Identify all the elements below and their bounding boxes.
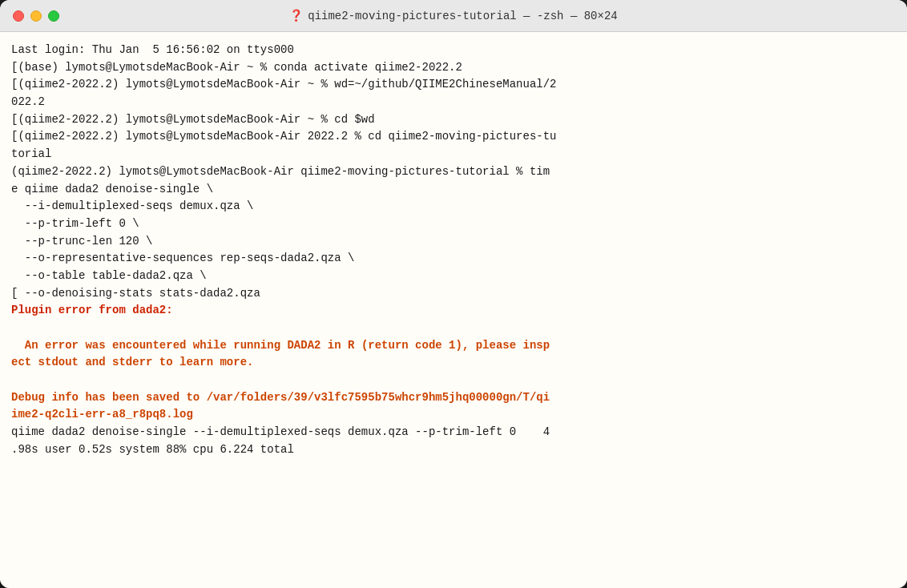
- terminal-error-line: Debug info has been saved to /var/folder…: [11, 389, 896, 407]
- terminal-line: --p-trunc-len 120 \: [11, 233, 896, 251]
- terminal-line: Last login: Thu Jan 5 16:56:02 on ttys00…: [11, 42, 896, 59]
- terminal-line: e qiime dada2 denoise-single \: [11, 181, 896, 199]
- maximize-button[interactable]: [48, 10, 59, 22]
- terminal-line: torial: [11, 146, 896, 163]
- terminal-line: [(base) lymots@LymotsdeMacBook-Air ~ % c…: [11, 59, 896, 77]
- terminal-line: [ --o-denoising-stats stats-dada2.qza: [11, 285, 896, 303]
- terminal-error-line: ect stdout and stderr to learn more.: [11, 354, 896, 372]
- terminal-error-line: An error was encountered while running D…: [11, 337, 896, 355]
- terminal-error-line: Plugin error from dada2:: [11, 302, 896, 320]
- traffic-lights: [13, 10, 59, 22]
- terminal-line: [(qiime2-2022.2) lymots@LymotsdeMacBook-…: [11, 128, 896, 146]
- title-label: qiime2-moving-pictures-tutorial — -zsh —…: [308, 10, 617, 22]
- title-bar: ❓ qiime2-moving-pictures-tutorial — -zsh…: [0, 0, 907, 32]
- terminal-line: --i-demultiplexed-seqs demux.qza \: [11, 198, 896, 215]
- minimize-button[interactable]: [30, 10, 42, 22]
- terminal-line: qiime dada2 denoise-single --i-demultipl…: [11, 424, 896, 441]
- terminal-line: [11, 372, 896, 389]
- terminal-line: [(qiime2-2022.2) lymots@LymotsdeMacBook-…: [11, 111, 896, 129]
- terminal-line: --o-representative-sequences rep-seqs-da…: [11, 250, 896, 268]
- title-icon: ❓: [289, 9, 303, 22]
- terminal-line: 022.2: [11, 94, 896, 111]
- terminal-error-line: ime2-q2cli-err-a8_r8pq8.log: [11, 406, 896, 424]
- terminal-window: ❓ qiime2-moving-pictures-tutorial — -zsh…: [0, 0, 907, 588]
- terminal-line: --p-trim-left 0 \: [11, 215, 896, 233]
- terminal-line: [(qiime2-2022.2) lymots@LymotsdeMacBook-…: [11, 76, 896, 94]
- window-title: ❓ qiime2-moving-pictures-tutorial — -zsh…: [289, 9, 617, 22]
- close-button[interactable]: [13, 10, 24, 22]
- terminal-body[interactable]: Last login: Thu Jan 5 16:56:02 on ttys00…: [0, 32, 907, 588]
- terminal-line: [11, 320, 896, 337]
- terminal-line: (qiime2-2022.2) lymots@LymotsdeMacBook-A…: [11, 163, 896, 181]
- terminal-line: .98s user 0.52s system 88% cpu 6.224 tot…: [11, 441, 896, 459]
- terminal-line: --o-table table-dada2.qza \: [11, 268, 896, 285]
